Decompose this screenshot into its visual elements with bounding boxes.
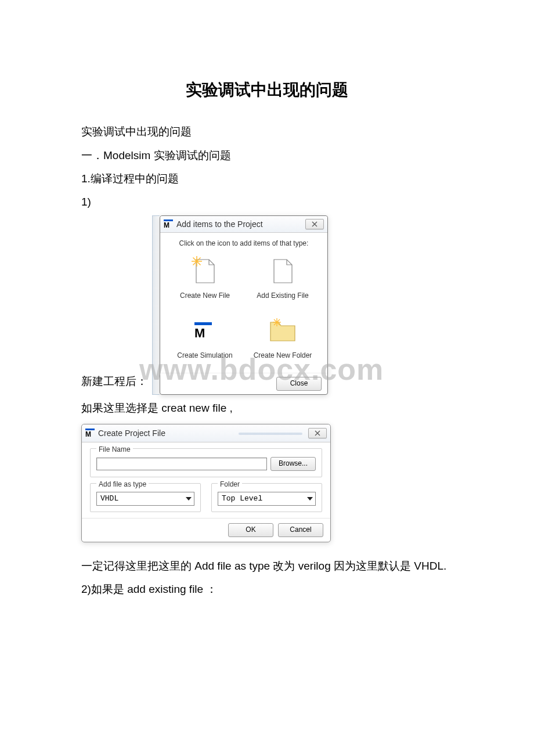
add-file-as-type-group: Add file as type VHDL — [90, 483, 201, 512]
line-5: 新建工程后： — [81, 372, 147, 395]
dialog-titlebar: M Add items to the Project — [160, 216, 327, 233]
create-new-folder-item[interactable]: Create New Folder — [244, 316, 322, 362]
dialog2-titlebar: M Create Project File — [82, 424, 330, 442]
chevron-down-icon — [183, 492, 194, 505]
add-file-as-type-legend: Add file as type — [96, 478, 149, 491]
modelsim-logo-icon: M — [85, 429, 95, 438]
title-blur-decoration — [239, 433, 302, 435]
add-file-as-type-value: VHDL — [97, 492, 183, 505]
close-icon — [312, 221, 317, 227]
close-icon — [315, 430, 320, 436]
dialog-instruction: Click on the icon to add items of that t… — [166, 237, 322, 250]
file-name-group: File Name Browse... — [90, 448, 322, 477]
ok-button[interactable]: OK — [228, 523, 273, 537]
add-existing-file-item[interactable]: Add Existing File — [244, 256, 322, 303]
existing-file-icon — [269, 256, 296, 286]
folder-value: Top Level — [218, 492, 305, 505]
file-name-input[interactable] — [96, 458, 267, 470]
new-file-icon — [192, 256, 218, 286]
create-new-file-item[interactable]: Create New File — [166, 256, 244, 303]
new-folder-icon — [269, 316, 296, 346]
cancel-button[interactable]: Cancel — [278, 523, 323, 537]
modelsim-logo-icon: M — [164, 219, 173, 229]
create-project-file-dialog: M Create Project File File Name Browse..… — [81, 424, 331, 542]
line-3: 1.编译过程中的问题 — [81, 169, 453, 189]
folder-group: Folder Top Level — [211, 483, 322, 512]
dialog-left-border — [152, 215, 160, 395]
line-7: 一定记得这里把这里的 Add file as type 改为 verilog 因… — [81, 556, 453, 576]
line-6: 如果这里选择是 creat new file , — [81, 398, 453, 418]
add-items-dialog: M Add items to the Project Click on the … — [160, 215, 328, 395]
folder-legend: Folder — [218, 478, 242, 491]
line-2: 一．Modelsim 实验调试的问题 — [81, 146, 453, 165]
close-dialog-button[interactable]: Close — [276, 377, 322, 391]
create-simulation-label: Create Simulation — [177, 350, 232, 362]
add-file-as-type-select[interactable]: VHDL — [96, 492, 194, 506]
chevron-down-icon — [305, 492, 315, 505]
line-8: 2)如果是 add existing file ： — [81, 579, 453, 599]
dialog2-title: Create Project File — [98, 426, 235, 441]
create-new-file-label: Create New File — [180, 290, 230, 303]
browse-button[interactable]: Browse... — [270, 457, 316, 471]
create-simulation-item[interactable]: M Create Simulation — [166, 316, 244, 362]
folder-select[interactable]: Top Level — [218, 492, 316, 506]
create-new-folder-label: Create New Folder — [254, 350, 312, 362]
dialog-title: Add items to the Project — [176, 217, 305, 232]
close-button[interactable] — [308, 428, 327, 438]
line-4: 1) — [81, 192, 453, 212]
add-existing-file-label: Add Existing File — [257, 290, 308, 303]
doc-title: 实验调试中出现的问题 — [81, 75, 453, 105]
line-1: 实验调试中出现的问题 — [81, 122, 453, 142]
simulation-icon: M — [192, 316, 218, 346]
file-name-legend: File Name — [96, 444, 133, 456]
close-button[interactable] — [305, 219, 324, 229]
